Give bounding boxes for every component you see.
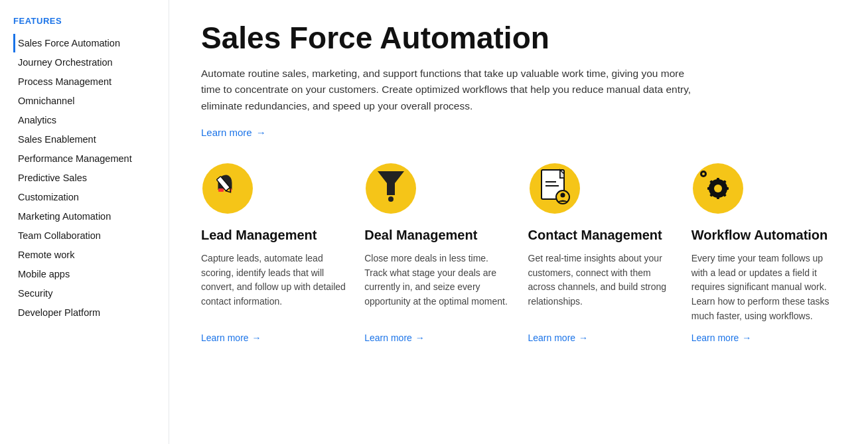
svg-rect-19 [717, 196, 719, 199]
workflow-card-desc: Every time your team follows up with a l… [691, 252, 836, 323]
contact-learn-more-arrow: → [579, 333, 588, 343]
lead-management-icon [201, 162, 254, 215]
sidebar-item-journey-orchestration[interactable]: Journey Orchestration [13, 53, 169, 72]
sidebar-item-remote-work[interactable]: Remote work [13, 246, 169, 264]
deal-card-desc: Close more deals in less time. Track wha… [364, 252, 509, 323]
workflow-learn-more-text: Learn more [691, 333, 739, 343]
sidebar-item-team-collaboration[interactable]: Team Collaboration [13, 226, 169, 245]
sidebar-item-mobile-apps[interactable]: Mobile apps [13, 265, 169, 283]
sidebar-item-performance-management[interactable]: Performance Management [13, 149, 169, 168]
svg-point-17 [714, 185, 722, 192]
sidebar-item-customization[interactable]: Customization [13, 188, 169, 206]
main-description: Automate routine sales, marketing, and s… [201, 66, 705, 115]
deal-learn-more-text: Learn more [364, 333, 412, 343]
sidebar-item-analytics[interactable]: Analytics [13, 111, 169, 129]
deal-management-icon [364, 162, 417, 215]
workflow-card-title: Workflow Automation [691, 227, 836, 244]
svg-rect-21 [725, 187, 729, 190]
svg-point-7 [388, 196, 394, 202]
card-contact: Contact Management Get real-time insight… [528, 162, 673, 343]
svg-point-27 [702, 173, 705, 175]
main-learn-more-link[interactable]: Learn more → [201, 127, 266, 138]
contact-learn-more-text: Learn more [528, 333, 576, 343]
sidebar-item-omnichannel[interactable]: Omnichannel [13, 92, 169, 110]
main-learn-more-text: Learn more [201, 127, 252, 138]
svg-rect-20 [707, 187, 711, 190]
sidebar-item-marketing-automation[interactable]: Marketing Automation [13, 207, 169, 226]
deal-learn-more-arrow: → [415, 333, 425, 343]
contact-card-link[interactable]: Learn more → [528, 333, 673, 343]
card-lead: Lead Management Capture leads, automate … [201, 162, 346, 343]
sidebar: FEATURES Sales Force AutomationJourney O… [0, 0, 169, 444]
workflow-card-link[interactable]: Learn more → [691, 333, 836, 343]
workflow-learn-more-arrow: → [742, 333, 751, 343]
card-deal: Deal Management Close more deals in less… [364, 162, 509, 343]
sidebar-item-sales-enablement[interactable]: Sales Enablement [13, 130, 169, 149]
main-content: Sales Force Automation Automate routine … [169, 0, 868, 444]
contact-card-title: Contact Management [528, 227, 673, 244]
sidebar-item-process-management[interactable]: Process Management [13, 72, 169, 91]
features-label: FEATURES [13, 16, 169, 26]
deal-card-title: Deal Management [364, 227, 509, 244]
lead-card-desc: Capture leads, automate lead scoring, id… [201, 252, 346, 323]
workflow-automation-icon [691, 162, 745, 215]
svg-rect-18 [717, 178, 719, 181]
sidebar-item-developer-platform[interactable]: Developer Platform [13, 303, 169, 322]
main-learn-more-arrow: → [256, 127, 266, 138]
sidebar-item-predictive-sales[interactable]: Predictive Sales [13, 169, 169, 187]
svg-point-14 [560, 192, 565, 197]
sidebar-item-security[interactable]: Security [13, 284, 169, 303]
deal-card-link[interactable]: Learn more → [364, 333, 509, 343]
lead-learn-more-text: Learn more [201, 333, 249, 343]
page-title: Sales Force Automation [201, 21, 836, 55]
lead-card-link[interactable]: Learn more → [201, 333, 346, 343]
card-workflow: Workflow Automation Every time your team… [691, 162, 836, 343]
svg-rect-1 [218, 188, 224, 192]
contact-management-icon [528, 162, 581, 215]
cards-grid: Lead Management Capture leads, automate … [201, 162, 836, 343]
lead-learn-more-arrow: → [252, 333, 261, 343]
sidebar-item-sales-force-automation[interactable]: Sales Force Automation [13, 34, 169, 52]
contact-card-desc: Get real-time insights about your custom… [528, 252, 673, 323]
lead-card-title: Lead Management [201, 227, 346, 244]
